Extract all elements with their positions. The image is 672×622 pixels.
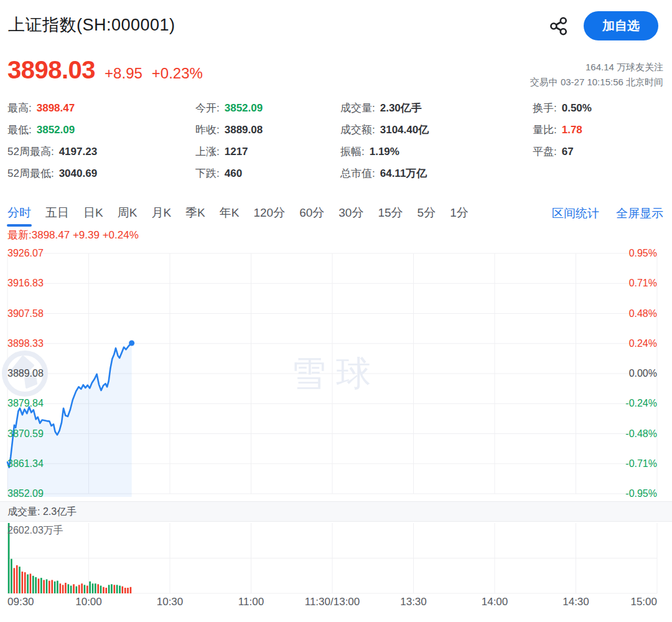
price-area-fill <box>7 343 132 497</box>
current-price: 3898.03 <box>7 56 95 84</box>
stat-value: 1.19% <box>370 146 399 158</box>
quote-price-block: 3898.03 +8.95 +0.23% <box>7 56 203 84</box>
stat-label: 52周最高: <box>7 144 54 159</box>
time-tick-label: 14:30 <box>562 596 589 608</box>
stat-label: 上涨: <box>195 144 220 159</box>
stat-value: 4197.23 <box>59 146 97 158</box>
percent-tick-label: -0.95% <box>625 488 657 500</box>
stat-row: 最高:3898.47 <box>7 97 195 119</box>
price-tick-label: 3852.09 <box>7 488 44 500</box>
link-全屏显示[interactable]: 全屏显示 <box>616 205 663 222</box>
stat-row: 成交额:3104.40亿 <box>340 119 533 141</box>
time-tick-label: 11:30/13:00 <box>305 596 360 608</box>
stat-value: 3889.08 <box>225 124 263 136</box>
time-tick-label: 11:00 <box>238 596 264 608</box>
stats-column-1: 最高:3898.47最低:3852.0952周最高:4197.2352周最低:3… <box>7 97 195 184</box>
stat-value: 1.78 <box>562 124 582 136</box>
tab-季K[interactable]: 季K <box>185 205 205 222</box>
intraday-chart[interactable]: 雪球 3926.073916.833907.583898.333889.0838… <box>0 243 672 622</box>
stat-label: 52周最低: <box>7 166 54 181</box>
price-tick-label: 3889.08 <box>7 367 44 380</box>
tab-分时[interactable]: 分时 <box>7 205 31 222</box>
stat-value: 1217 <box>225 146 248 158</box>
stat-label: 今开: <box>195 101 220 115</box>
tab-30分[interactable]: 30分 <box>338 205 363 222</box>
time-tick-label: 14:00 <box>482 596 508 608</box>
stat-label: 最高: <box>7 101 32 115</box>
price-tick-label: 3916.83 <box>7 277 44 290</box>
stat-row: 52周最高:4197.23 <box>7 141 195 163</box>
stat-row: 平盘:67 <box>533 141 592 163</box>
stat-row: 量比:1.78 <box>533 119 592 141</box>
stat-label: 总市值: <box>340 166 375 181</box>
link-区间统计[interactable]: 区间统计 <box>552 205 599 222</box>
percent-tick-label: 0.95% <box>629 247 657 260</box>
time-tick-label: 10:00 <box>75 596 102 608</box>
stat-label: 成交额: <box>340 123 375 137</box>
add-watchlist-button[interactable]: 加自选 <box>584 11 658 40</box>
tab-年K[interactable]: 年K <box>220 205 240 222</box>
current-price-dot <box>129 341 134 346</box>
followers-count: 164.14 万球友关注 <box>530 60 663 75</box>
price-change: +8.95 <box>105 65 142 82</box>
tab-月K[interactable]: 月K <box>151 205 171 222</box>
tab-日K[interactable]: 日K <box>83 205 103 222</box>
stat-value: 2.30亿手 <box>380 101 422 115</box>
price-chart-svg <box>0 243 672 622</box>
stat-row: 最低:3852.09 <box>7 119 195 141</box>
percent-tick-label: -0.71% <box>625 458 657 470</box>
stat-row: 52周最低:3040.69 <box>7 163 195 184</box>
stat-label: 最低: <box>7 123 32 137</box>
stat-label: 平盘: <box>533 144 557 159</box>
stat-value: 3104.40亿 <box>380 123 429 137</box>
tab-60分[interactable]: 60分 <box>299 205 324 222</box>
tab-15分[interactable]: 15分 <box>378 205 403 222</box>
stat-row: 成交量:2.30亿手 <box>340 97 533 119</box>
price-tick-label: 3861.34 <box>7 458 44 470</box>
time-tick-label: 15:00 <box>630 596 657 608</box>
share-icon[interactable] <box>549 16 569 36</box>
price-change-pct: +0.23% <box>152 65 203 82</box>
time-tick-label: 13:30 <box>400 596 427 608</box>
stat-row: 振幅:1.19% <box>340 141 533 163</box>
stat-value: 67 <box>562 146 574 158</box>
tab-5分[interactable]: 5分 <box>418 205 436 222</box>
price-tick-label: 3898.33 <box>7 337 44 350</box>
volume-header-band: 成交量: 2.3亿手 <box>0 501 672 522</box>
percent-tick-label: 0.71% <box>629 277 657 290</box>
stat-row: 下跌:460 <box>195 163 340 184</box>
page-title: 上证指数(SH:000001) <box>8 14 175 36</box>
time-axis-labels: 09:3010:0010:3011:0011:30/13:0013:3014:0… <box>0 596 672 611</box>
price-tick-label: 3870.59 <box>7 428 44 440</box>
period-tabs: 分时五日日K周K月K季K年K120分60分30分15分5分1分 <box>7 202 469 225</box>
stat-value: 3898.47 <box>37 102 75 115</box>
stat-value: 3852.09 <box>37 124 75 136</box>
stat-label: 下跌: <box>195 166 220 181</box>
percent-tick-label: -0.48% <box>625 428 657 440</box>
time-tick-label: 10:30 <box>157 596 184 608</box>
stat-label: 振幅: <box>340 144 365 159</box>
stat-value: 3040.69 <box>59 167 97 180</box>
stat-label: 换手: <box>533 101 557 115</box>
stat-label: 量比: <box>533 123 557 137</box>
stats-column-3: 成交量:2.30亿手成交额:3104.40亿振幅:1.19%总市值:64.11万… <box>340 97 533 184</box>
latest-quote-line: 最新:3898.47 +9.39 +0.24% <box>7 228 139 242</box>
stat-row: 换手:0.50% <box>533 97 592 119</box>
stats-column-4: 换手:0.50%量比:1.78平盘:67 <box>533 97 592 184</box>
tab-1分[interactable]: 1分 <box>450 205 469 222</box>
stat-value: 460 <box>225 167 242 180</box>
price-tick-label: 3907.58 <box>7 308 44 320</box>
tab-120分[interactable]: 120分 <box>253 205 285 222</box>
stat-value: 3852.09 <box>225 102 263 115</box>
percent-tick-label: 0.00% <box>629 367 657 380</box>
quote-meta: 164.14 万球友关注 交易中 03-27 10:15:56 北京时间 <box>530 60 663 90</box>
stat-value: 0.50% <box>562 102 592 115</box>
stats-grid: 最高:3898.47最低:3852.0952周最高:4197.2352周最低:3… <box>7 97 592 184</box>
stat-label: 昨收: <box>195 123 220 137</box>
tab-周K[interactable]: 周K <box>118 205 138 222</box>
stat-row: 上涨:1217 <box>195 141 340 163</box>
chart-tools: 区间统计全屏显示 <box>552 202 663 225</box>
price-tick-label: 3879.84 <box>7 397 44 410</box>
tab-五日[interactable]: 五日 <box>45 205 69 222</box>
percent-tick-label: 0.24% <box>629 337 657 350</box>
